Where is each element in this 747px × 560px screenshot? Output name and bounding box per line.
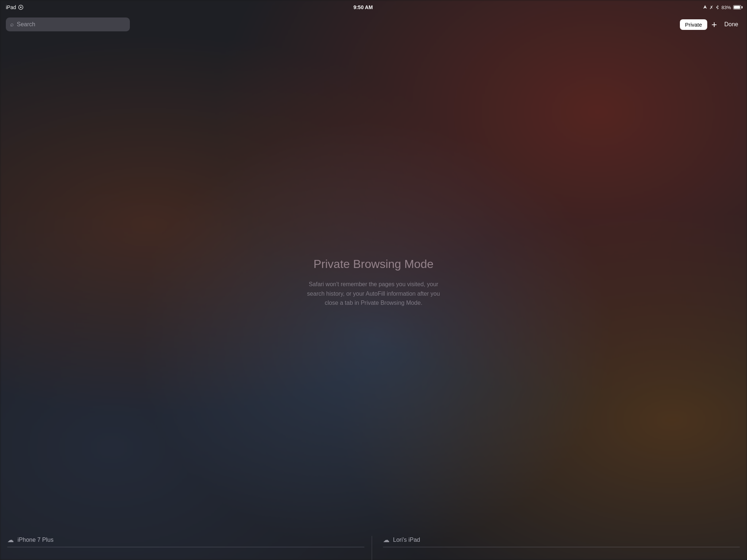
toolbar-right: Private + Done (680, 19, 741, 30)
status-right: ✗ 83% (703, 5, 741, 10)
device-name-label: iPad (6, 4, 16, 10)
device1-divider (7, 547, 364, 547)
device2-divider (383, 547, 740, 547)
search-input-placeholder: Search (17, 21, 35, 28)
device-section-2: ☁ Lori's iPad (372, 536, 747, 547)
bottom-bar: ☁ iPhone 7 Plus ☁ Lori's iPad (0, 531, 747, 560)
location-icon (703, 5, 707, 10)
battery-indicator (733, 5, 741, 9)
toolbar: ⌕ Search Private + Done (0, 15, 747, 34)
main-content: Private Browsing Mode Safari won't remem… (0, 34, 747, 531)
bluetooth-icon-svg (716, 5, 719, 10)
cloud-icon-1: ☁ (7, 536, 14, 544)
search-bar[interactable]: ⌕ Search (6, 18, 130, 31)
ipad-icon (18, 5, 23, 10)
device2-name: Lori's iPad (393, 537, 420, 543)
private-mode-description: Safari won't remember the pages you visi… (293, 280, 454, 308)
search-icon: ⌕ (10, 21, 14, 28)
cloud-icon-2: ☁ (383, 536, 390, 544)
device1-name: iPhone 7 Plus (18, 537, 54, 543)
private-mode-title: Private Browsing Mode (313, 257, 433, 271)
bluetooth-icon: ✗ (709, 5, 713, 10)
time-label: 9:50 AM (353, 4, 373, 10)
status-bar: iPad 9:50 AM ✗ 83% (0, 0, 747, 15)
private-button[interactable]: Private (680, 19, 707, 30)
device1-label: ☁ iPhone 7 Plus (7, 536, 54, 544)
battery-percent-label: 83% (721, 5, 731, 10)
done-button[interactable]: Done (721, 19, 741, 30)
status-left: iPad (6, 4, 23, 10)
device-section-1: ☁ iPhone 7 Plus (0, 536, 372, 547)
add-tab-button[interactable]: + (709, 20, 720, 29)
svg-point-1 (20, 7, 22, 8)
device2-label: ☁ Lori's iPad (383, 536, 420, 544)
svg-marker-2 (703, 5, 707, 9)
